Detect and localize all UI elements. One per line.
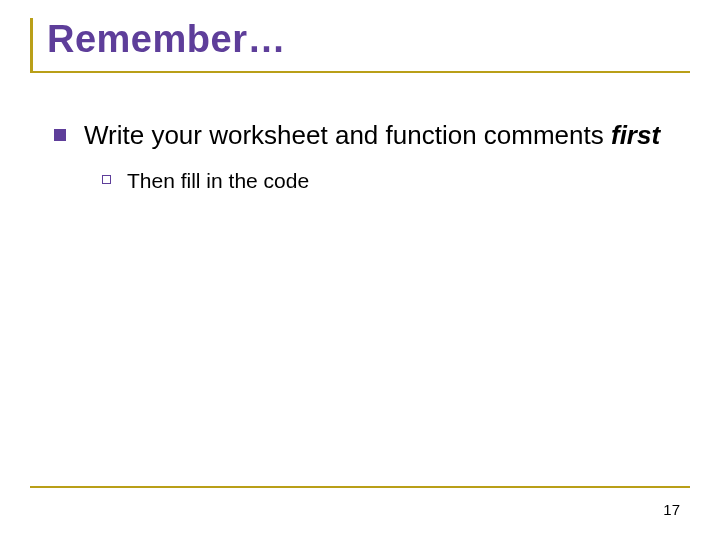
bullet-level2: Then fill in the code — [102, 168, 680, 193]
bullet-level1-emph: first — [611, 120, 660, 150]
square-bullet-icon — [54, 129, 66, 141]
page-number: 17 — [663, 501, 680, 518]
title-container: Remember… — [30, 18, 690, 71]
bullet-level1-text: Write your worksheet and function commen… — [84, 119, 660, 152]
slide: Remember… Write your worksheet and funct… — [0, 0, 720, 540]
footer-divider — [30, 486, 690, 488]
slide-body: Write your worksheet and function commen… — [30, 73, 690, 193]
bullet-level2-text: Then fill in the code — [127, 168, 309, 193]
slide-title: Remember… — [47, 18, 690, 61]
bullet-level1-prefix: Write your worksheet and function commen… — [84, 120, 611, 150]
bullet-level1: Write your worksheet and function commen… — [54, 119, 680, 152]
hollow-square-bullet-icon — [102, 175, 111, 184]
